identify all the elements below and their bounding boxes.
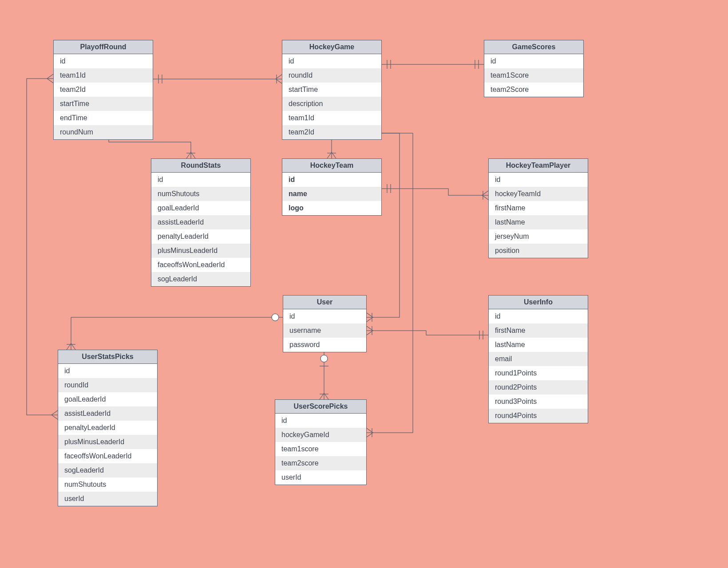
entity-title: PlayoffRound [54,40,153,54]
entity-field: assistLeaderId [151,215,250,229]
entity-field: hockeyGameId [275,428,366,442]
entity-title: UserInfo [489,296,588,309]
entity-field: id [489,309,588,323]
entity-field: id [282,54,381,68]
entity-title: UserScorePicks [275,400,366,414]
entity-field: id [484,54,583,68]
entity-field: round1Points [489,366,588,380]
entity-game-scores: GameScores id team1Score team2Score [484,40,584,97]
entity-field: team1Score [484,68,583,83]
entity-field: sogLeaderId [58,463,157,477]
entity-field: id [151,173,250,187]
entity-title: RoundStats [151,159,250,173]
entity-field: team1Id [282,111,381,125]
entity-field: penaltyLeaderId [58,421,157,435]
entity-title: GameScores [484,40,583,54]
entity-field: sogLeaderId [151,272,250,286]
entity-field: team2Score [484,83,583,97]
entity-field: plusMinusLeaderId [151,244,250,258]
entity-field: password [283,338,366,352]
entity-user-info: UserInfo id firstName lastName email rou… [488,295,588,423]
entity-field: faceoffsWonLeaderId [151,258,250,272]
entity-field: roundId [58,378,157,392]
entity-field: email [489,352,588,366]
entity-field: roundId [282,68,381,83]
entity-field: startTime [282,83,381,97]
entity-field: id [282,173,381,187]
entity-title: HockeyTeamPlayer [489,159,588,173]
svg-point-22 [272,314,279,321]
entity-field: name [282,187,381,201]
entity-field: plusMinusLeaderId [58,435,157,449]
entity-field: roundNum [54,125,153,139]
entity-field: logo [282,201,381,215]
entity-field: id [275,414,366,428]
entity-user-score-picks: UserScorePicks id hockeyGameId team1scor… [275,399,367,485]
entity-field: id [54,54,153,68]
entity-field: startTime [54,97,153,111]
entity-field: jerseyNum [489,229,588,244]
entity-field: numShutouts [58,477,157,492]
entity-field: team1score [275,442,366,456]
entity-field: position [489,244,588,258]
entity-field: goalLeaderId [58,392,157,406]
entity-field: userId [275,470,366,485]
entity-field: userId [58,492,157,506]
entity-field: round4Points [489,409,588,423]
entity-field: assistLeaderId [58,406,157,421]
entity-field: username [283,323,366,338]
entity-field: round3Points [489,394,588,409]
entity-field: goalLeaderId [151,201,250,215]
entity-field: faceoffsWonLeaderId [58,449,157,463]
entity-field: description [282,97,381,111]
entity-field: round2Points [489,380,588,394]
entity-hockey-team-player: HockeyTeamPlayer id hockeyTeamId firstNa… [488,158,588,258]
entity-field: lastName [489,338,588,352]
entity-field: endTime [54,111,153,125]
entity-field: id [58,364,157,378]
entity-field: hockeyTeamId [489,187,588,201]
entity-title: HockeyTeam [282,159,381,173]
entity-field: id [489,173,588,187]
entity-title: User [283,296,366,309]
entity-title: HockeyGame [282,40,381,54]
entity-field: team2Id [54,83,153,97]
entity-field: penaltyLeaderId [151,229,250,244]
entity-field: team2score [275,456,366,470]
entity-field: numShutouts [151,187,250,201]
svg-point-25 [320,355,328,362]
entity-round-stats: RoundStats id numShutouts goalLeaderId a… [151,158,251,287]
entity-field: firstName [489,323,588,338]
entity-field: firstName [489,201,588,215]
entity-field: id [283,309,366,323]
entity-playoff-round: PlayoffRound id team1Id team2Id startTim… [53,40,153,140]
entity-field: lastName [489,215,588,229]
entity-user: User id username password [283,295,367,352]
entity-user-stats-picks: UserStatsPicks id roundId goalLeaderId a… [58,350,158,506]
entity-hockey-team: HockeyTeam id name logo [282,158,382,216]
entity-field: team1Id [54,68,153,83]
entity-title: UserStatsPicks [58,350,157,364]
entity-field: team2Id [282,125,381,139]
entity-hockey-game: HockeyGame id roundId startTime descript… [282,40,382,140]
